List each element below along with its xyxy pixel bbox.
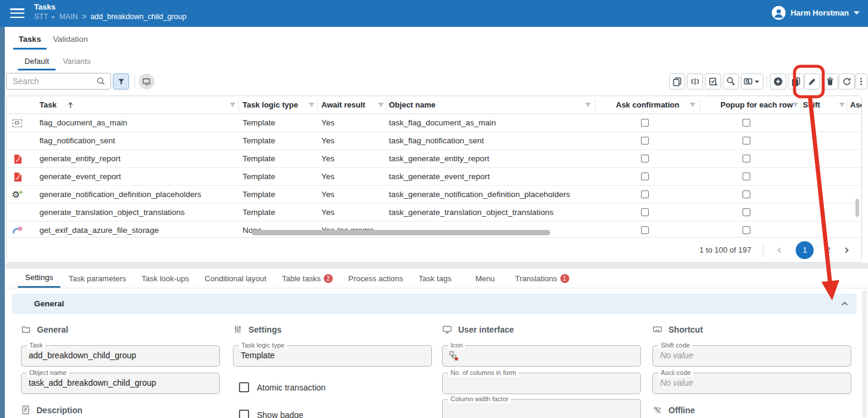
folder-icon xyxy=(21,324,31,334)
subtab-default[interactable]: Default xyxy=(18,53,56,70)
paste-add-button[interactable] xyxy=(705,73,721,90)
breadcrumb-parent[interactable]: MAIN xyxy=(59,13,78,21)
table-row[interactable]: flag_notification_sent Template Yes task… xyxy=(7,132,861,150)
column-header-object-name[interactable]: Object name xyxy=(389,96,435,114)
detail-scrollbar-track[interactable] xyxy=(862,290,867,418)
search-input[interactable] xyxy=(13,73,95,89)
next-page-button[interactable] xyxy=(842,246,851,254)
chevron-up-icon xyxy=(841,300,849,308)
filter-button[interactable] xyxy=(113,73,129,90)
horizontal-scrollbar[interactable] xyxy=(251,230,550,235)
column-filter-icon[interactable] xyxy=(689,101,697,109)
edit-record-button[interactable] xyxy=(804,73,820,90)
column-filter-icon[interactable] xyxy=(229,101,237,109)
tab-task-lookups[interactable]: Task look-ups xyxy=(134,269,196,288)
table-row[interactable]: generate_entity_report Template Yes task… xyxy=(7,150,861,168)
previous-page-button[interactable] xyxy=(775,246,784,254)
ascii-code-field[interactable]: Ascii code No value xyxy=(652,373,851,394)
monitor-icon xyxy=(442,324,452,334)
column-width-factor-field[interactable]: Column width factor xyxy=(442,399,641,418)
prefilter-button[interactable] xyxy=(139,73,155,90)
tab-validation[interactable]: Validation xyxy=(51,29,90,50)
view-options-icon xyxy=(743,76,753,87)
breadcrumb-root[interactable]: STT xyxy=(34,13,48,21)
column-filter-icon[interactable] xyxy=(377,101,385,109)
tab-tasks[interactable]: Tasks xyxy=(13,29,47,50)
tab-task-tags[interactable]: Task tags xyxy=(412,269,459,288)
breadcrumb-chevron-icon: > xyxy=(82,13,86,21)
ask-confirmation-checkbox[interactable] xyxy=(641,119,649,127)
add-record-button[interactable] xyxy=(770,73,786,90)
app-root: Tasks STT ▸ MAIN > add_breakdown_child_g… xyxy=(0,0,868,418)
column-filter-icon[interactable] xyxy=(838,101,846,109)
page-button-1[interactable]: 1 xyxy=(796,241,814,259)
table-row[interactable]: generate_event_report Template Yes task_… xyxy=(7,168,861,186)
table-row[interactable]: generate_translation_object_translations… xyxy=(7,204,861,222)
user-menu[interactable]: Harm Horstman xyxy=(772,6,860,20)
popup-checkbox[interactable] xyxy=(743,137,750,145)
sort-ascending-icon[interactable] xyxy=(66,101,75,109)
column-header-task[interactable]: Task xyxy=(39,96,57,114)
copy-button[interactable] xyxy=(669,73,685,90)
column-header-popup-row[interactable]: Popup for each row xyxy=(720,96,793,114)
column-filter-icon[interactable] xyxy=(792,101,799,109)
ask-confirmation-checkbox[interactable] xyxy=(641,226,649,234)
refresh-icon xyxy=(842,76,852,87)
columns-in-form-field[interactable]: No. of columns in form xyxy=(442,373,641,394)
object-name-field[interactable]: Object name task_add_breakdown_child_gro… xyxy=(21,373,220,394)
zoom-add-icon xyxy=(726,76,736,87)
table-row[interactable]: flag_document_as_main Template Yes task_… xyxy=(7,114,861,132)
add-icon xyxy=(773,76,783,87)
popup-checkbox[interactable] xyxy=(743,208,750,216)
zoom-add-button[interactable] xyxy=(723,73,739,90)
tab-task-parameters[interactable]: Task parameters xyxy=(62,269,133,288)
ask-confirmation-checkbox[interactable] xyxy=(641,173,649,180)
column-header-ask-confirmation[interactable]: Ask confirmation xyxy=(616,96,679,114)
tab-settings[interactable]: Settings xyxy=(18,269,60,288)
atomic-transaction-checkbox[interactable] xyxy=(239,382,249,392)
ask-confirmation-checkbox[interactable] xyxy=(641,137,649,145)
column-header-ascii[interactable]: Ascii xyxy=(850,96,862,114)
more-options-button[interactable] xyxy=(855,73,867,90)
ask-confirmation-checkbox[interactable] xyxy=(641,155,649,162)
tab-translations[interactable]: Translations1 xyxy=(508,269,576,288)
subtab-variants[interactable]: Variants xyxy=(60,53,93,70)
view-options-button[interactable] xyxy=(741,73,763,90)
tab-table-tasks[interactable]: Table tasks2 xyxy=(275,269,340,288)
ask-confirmation-checkbox[interactable] xyxy=(641,208,649,216)
task-field[interactable]: Task add_breakdown_child_group xyxy=(21,345,220,367)
icon-field[interactable]: Icon xyxy=(442,345,641,367)
pagination-range: 1 to 100 of 197 xyxy=(700,245,752,254)
ask-confirmation-checkbox[interactable] xyxy=(641,190,649,198)
top-bar: Tasks STT ▸ MAIN > add_breakdown_child_g… xyxy=(0,0,868,27)
rename-button[interactable] xyxy=(687,73,703,90)
column-header-shift[interactable]: Shift xyxy=(803,96,820,114)
table-row[interactable]: ⚙＋ generate_notification_definition_plac… xyxy=(7,186,861,204)
tab-conditional-layout[interactable]: Conditional layout xyxy=(198,269,274,288)
column-header-await-result[interactable]: Await result xyxy=(321,96,365,114)
tab-menu[interactable]: Menu xyxy=(468,269,502,288)
toolbar-divider xyxy=(134,76,135,87)
collapsed-sidebar-strip[interactable] xyxy=(0,27,5,418)
menu-icon[interactable] xyxy=(10,8,24,19)
page-button-2[interactable]: 2 xyxy=(826,245,830,254)
tab-process-actions[interactable]: Process actions xyxy=(341,269,410,288)
delete-record-button[interactable] xyxy=(822,73,838,90)
popup-checkbox[interactable] xyxy=(743,119,750,127)
column-filter-icon[interactable] xyxy=(308,101,315,109)
refresh-button[interactable] xyxy=(839,73,855,90)
task-logic-type-field[interactable]: Task logic type Template xyxy=(233,345,432,367)
keyboard-icon xyxy=(652,324,662,334)
popup-checkbox[interactable] xyxy=(743,155,750,162)
popup-checkbox[interactable] xyxy=(743,226,750,234)
column-filter-icon[interactable] xyxy=(584,101,592,109)
duplicate-record-button[interactable] xyxy=(788,73,804,90)
popup-checkbox[interactable] xyxy=(743,173,750,180)
column-header-logic-type[interactable]: Task logic type xyxy=(243,96,298,114)
section-general[interactable]: General xyxy=(12,294,857,314)
popup-checkbox[interactable] xyxy=(743,190,750,198)
shift-code-field[interactable]: Shift code No value xyxy=(652,345,851,367)
page-title: Tasks xyxy=(34,2,56,11)
vertical-scrollbar[interactable] xyxy=(855,199,859,217)
show-badge-checkbox[interactable] xyxy=(239,410,249,418)
